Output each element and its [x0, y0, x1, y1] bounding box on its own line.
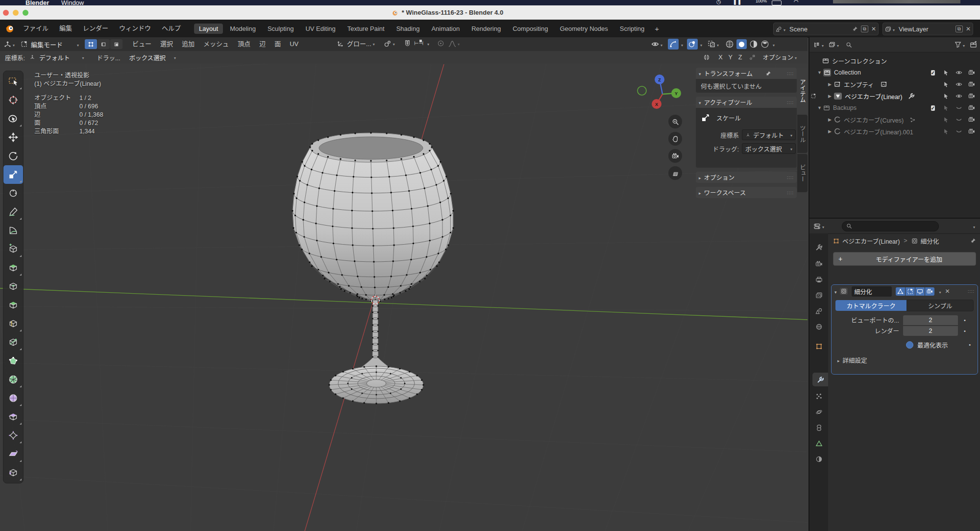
drag-dropdown[interactable]: ボックス選択 — [742, 143, 796, 154]
ptab-output[interactable] — [811, 273, 827, 286]
hidden-eye-closed-icon[interactable] — [956, 104, 964, 111]
drag-grip-icon[interactable]: :::: — [968, 289, 975, 294]
modifier-panel-header[interactable]: 細分化 ✕ :::: — [832, 285, 978, 298]
menu-file[interactable]: ファイル — [18, 20, 54, 37]
snap-target-icon[interactable]: ⊢⊣ — [414, 40, 426, 47]
collapse-icon[interactable] — [834, 288, 840, 295]
breadcrumb-object[interactable]: ベジエカーブ(Linear) — [842, 236, 900, 246]
menu-view[interactable]: ビュー — [128, 37, 156, 51]
render-camera-icon[interactable] — [968, 81, 977, 88]
panel-transform-header[interactable]: トランスフォーム :::: — [696, 68, 797, 79]
macos-app-menu[interactable]: Blender — [25, 0, 49, 5]
expand-icon[interactable]: ▶ — [828, 82, 834, 87]
menu-vertex[interactable]: 頂点 — [233, 37, 255, 51]
ptab-object-data[interactable] — [811, 436, 827, 450]
pause-icon[interactable]: ❚❚ — [733, 0, 741, 5]
outliner-row-bezier-linear[interactable]: ▶ ベジエカーブ(Linear) — [809, 90, 980, 102]
add-workspace-button[interactable]: + — [651, 24, 662, 33]
options-dropdown[interactable]: オプション — [762, 52, 793, 62]
tool-spin[interactable] — [3, 370, 23, 389]
tab-compositing[interactable]: Compositing — [508, 24, 553, 34]
pin-icon[interactable] — [852, 26, 858, 32]
selectable-icon[interactable] — [943, 93, 952, 100]
optimal-display-checkbox[interactable] — [906, 341, 913, 349]
levels-viewport-field[interactable]: 2 — [903, 315, 958, 325]
panel-options-header[interactable]: オプション :::: — [696, 172, 797, 183]
tool-scale[interactable] — [3, 165, 23, 184]
ptab-tool[interactable] — [811, 240, 827, 254]
pin-icon[interactable] — [765, 71, 771, 76]
panel-active-tool-header[interactable]: アクティブツール :::: — [696, 97, 797, 108]
tab-texture-paint[interactable]: Texture Paint — [343, 24, 390, 34]
shading-wireframe-button[interactable] — [725, 40, 734, 49]
new-collection-icon[interactable] — [970, 41, 977, 49]
collection-exclude-checkbox[interactable]: ✓ — [929, 69, 937, 76]
advanced-section-header[interactable]: 詳細設定 — [832, 355, 978, 365]
menu-face[interactable]: 面 — [270, 37, 285, 51]
tool-rip-region[interactable] — [3, 463, 23, 482]
tab-rendering[interactable]: Rendering — [466, 24, 506, 34]
npanel-tab-item[interactable]: アイテム — [797, 68, 808, 114]
pan-hand-button[interactable] — [668, 132, 682, 146]
shading-material-button[interactable] — [749, 40, 758, 49]
mirror-x-toggle[interactable]: X — [715, 54, 725, 61]
hidden-eye-closed-icon[interactable] — [956, 128, 964, 135]
select-mode-face-button[interactable] — [110, 39, 122, 49]
ptab-scene[interactable] — [811, 304, 827, 318]
hide-eye-icon[interactable] — [956, 81, 964, 88]
ptab-view-layer[interactable] — [811, 288, 827, 302]
select-mode-edge-button[interactable] — [98, 39, 110, 49]
outliner-row-backups[interactable]: ▼ Backups ✓ — [809, 102, 980, 114]
outliner-row-scene-collection[interactable]: シーンコレクション — [809, 55, 980, 67]
viewport-3d[interactable]: ZYX ユーザー・透視投影 (1) ベジエカーブ(Linear) オブジェクト1… — [0, 64, 808, 531]
delete-scene-button[interactable]: ✕ — [871, 25, 876, 32]
tool-extrude-region[interactable] — [3, 258, 23, 277]
tab-uv-editing[interactable]: UV Editing — [300, 24, 340, 34]
tool-inset-faces[interactable] — [3, 277, 23, 296]
camera-view-button[interactable] — [668, 149, 682, 163]
editor-type-selector[interactable] — [4, 41, 15, 48]
falloff-curve-icon[interactable] — [448, 40, 456, 47]
npanel-tab-tool[interactable]: ツール — [797, 115, 808, 153]
expand-icon[interactable]: ▶ — [828, 117, 834, 122]
show-overlays-button[interactable] — [687, 39, 698, 50]
expand-icon[interactable]: ▶ — [828, 129, 834, 134]
scene-selector[interactable]: Scene ⧉ ✕ — [773, 23, 879, 35]
filter-funnel-icon[interactable] — [955, 41, 961, 48]
menu-edit[interactable]: 編集 — [54, 20, 77, 37]
tool-bevel[interactable] — [3, 296, 23, 314]
show-gizmo-button[interactable] — [668, 39, 679, 50]
render-camera-icon[interactable] — [968, 128, 977, 135]
macos-window-menu[interactable]: Window — [61, 0, 84, 5]
menu-add[interactable]: 追加 — [177, 37, 199, 51]
snap-magnet-icon[interactable] — [404, 40, 411, 47]
minimize-window-button[interactable] — [13, 10, 19, 16]
ptab-constraints[interactable] — [811, 421, 827, 434]
tool-knife[interactable] — [3, 333, 23, 352]
toggle-xray-button[interactable] — [706, 39, 720, 50]
toggle-realtime-display-button[interactable] — [915, 287, 925, 296]
levels-render-field[interactable]: 2 — [903, 326, 958, 336]
pin-icon[interactable] — [970, 238, 976, 244]
blender-logo[interactable] — [5, 24, 15, 33]
coord-system-dropdown[interactable]: デフォルト — [742, 129, 796, 140]
delete-modifier-button[interactable]: ✕ — [945, 288, 950, 295]
selectable-icon[interactable] — [943, 70, 952, 76]
menu-mesh[interactable]: メッシュ — [199, 37, 233, 51]
ptab-material[interactable] — [811, 452, 827, 466]
editor-properties-icon[interactable] — [813, 223, 821, 230]
coord-system-value[interactable]: デフォルト — [39, 53, 70, 62]
properties-search-input[interactable] — [842, 221, 939, 231]
tab-scripting[interactable]: Scripting — [615, 24, 650, 34]
npanel-tab-view[interactable]: ビュー — [797, 154, 808, 192]
drag-grip-icon[interactable]: :::: — [787, 100, 794, 105]
tab-sculpting[interactable]: Sculpting — [263, 24, 298, 34]
drag-grip-icon[interactable]: :::: — [787, 71, 794, 76]
outliner-row-empty[interactable]: ▶ エンプティ — [809, 78, 980, 90]
animate-dot[interactable]: • — [964, 328, 966, 334]
collection-exclude-checkbox[interactable]: ✓ — [929, 104, 937, 111]
close-window-button[interactable] — [3, 10, 9, 16]
tool-move[interactable] — [3, 128, 23, 147]
zoom-button[interactable] — [668, 115, 682, 128]
orientation-value[interactable]: グロー... — [347, 39, 371, 48]
